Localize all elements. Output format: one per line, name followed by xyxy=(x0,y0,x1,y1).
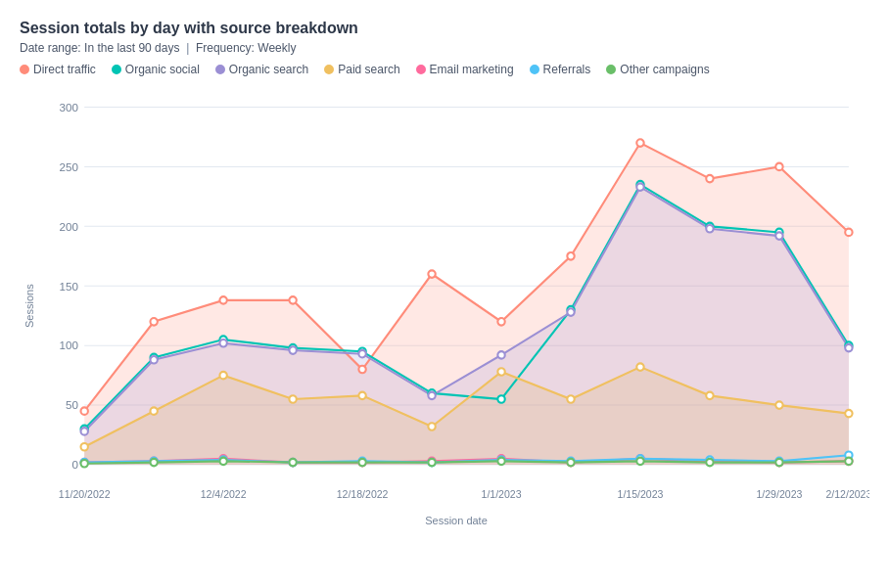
dot-other xyxy=(567,459,574,467)
dot-other xyxy=(706,459,713,467)
date-range-value: In the last 90 days xyxy=(84,41,179,55)
dot-direct xyxy=(775,163,782,171)
dot-paid_search xyxy=(219,372,226,380)
chart-title: Session totals by day with source breakd… xyxy=(20,20,869,37)
dot-other xyxy=(497,458,504,466)
legend-label-email_marketing: Email marketing xyxy=(430,63,514,76)
legend-label-referrals: Referrals xyxy=(543,63,591,76)
frequency-value: Weekly xyxy=(257,41,296,55)
legend-dot-referrals xyxy=(530,65,539,74)
chart-container: Session totals by day with source breakd… xyxy=(20,20,869,526)
legend-item-organic_social: Organic social xyxy=(112,63,200,76)
legend-label-paid_search: Paid search xyxy=(338,63,399,76)
x-tick-label: 1/1/2023 xyxy=(482,488,522,500)
dot-organic_search xyxy=(81,428,88,435)
dot-organic_search xyxy=(845,344,852,352)
y-tick-label: 200 xyxy=(60,220,79,233)
dot-paid_search xyxy=(289,395,296,403)
dot-other xyxy=(289,459,296,467)
legend: Direct trafficOrganic socialOrganic sear… xyxy=(20,63,869,76)
dot-organic_search xyxy=(567,308,574,316)
y-tick-label: 50 xyxy=(66,398,78,411)
x-tick-label: 2/12/2023 xyxy=(825,488,869,500)
dot-direct xyxy=(497,318,504,326)
legend-dot-organic_social xyxy=(112,65,121,74)
legend-dot-organic_search xyxy=(215,65,225,74)
dot-organic_search xyxy=(219,339,226,347)
dot-other xyxy=(428,459,435,467)
x-tick-label: 12/4/2022 xyxy=(201,488,247,500)
dot-paid_search xyxy=(567,395,574,403)
y-axis-label: Sessions xyxy=(20,86,39,526)
legend-dot-paid_search xyxy=(324,65,334,74)
y-tick-label: 100 xyxy=(60,339,79,351)
dot-paid_search xyxy=(706,392,713,400)
dot-organic_search xyxy=(706,225,713,233)
main-chart-svg: 05010015020025030011/20/202212/4/202212/… xyxy=(43,86,869,507)
dot-direct xyxy=(150,318,157,326)
dot-organic_search xyxy=(775,232,782,240)
frequency-label: Frequency: xyxy=(196,41,255,55)
dot-other xyxy=(775,459,782,467)
dot-paid_search xyxy=(636,363,643,371)
dot-other xyxy=(150,459,157,467)
legend-item-email_marketing: Email marketing xyxy=(416,63,514,76)
dot-organic_search xyxy=(497,351,504,359)
dot-organic_social xyxy=(497,395,504,403)
dot-paid_search xyxy=(497,368,504,376)
legend-dot-direct xyxy=(20,65,29,74)
x-tick-label: 1/29/2023 xyxy=(756,488,802,500)
chart-area: Sessions 05010015020025030011/20/202212/… xyxy=(20,86,869,526)
dot-other xyxy=(358,459,365,467)
dot-organic_search xyxy=(428,392,435,400)
dot-direct xyxy=(358,366,365,374)
legend-label-other: Other campaigns xyxy=(620,63,709,76)
y-tick-label: 250 xyxy=(60,160,79,173)
dot-other xyxy=(219,458,226,466)
dot-other xyxy=(845,458,852,466)
legend-item-direct: Direct traffic xyxy=(20,63,96,76)
y-tick-label: 300 xyxy=(60,101,79,113)
dot-direct xyxy=(81,407,88,415)
legend-dot-other xyxy=(606,65,616,74)
x-tick-label: 12/18/2022 xyxy=(337,488,389,500)
dot-direct xyxy=(706,175,713,183)
dot-direct xyxy=(289,296,296,304)
dot-direct xyxy=(567,252,574,260)
y-tick-label: 0 xyxy=(71,458,78,471)
x-tick-label: 1/15/2023 xyxy=(618,488,664,500)
dot-paid_search xyxy=(81,443,88,451)
dot-direct xyxy=(428,270,435,278)
chart-inner: 05010015020025030011/20/202212/4/202212/… xyxy=(43,86,869,526)
date-range-label: Date range: xyxy=(20,41,81,55)
legend-item-referrals: Referrals xyxy=(530,63,591,76)
legend-dot-email_marketing xyxy=(416,65,426,74)
dot-direct xyxy=(636,139,643,147)
chart-meta: Date range: In the last 90 days | Freque… xyxy=(20,41,869,55)
dot-other xyxy=(636,458,643,466)
y-tick-label: 150 xyxy=(60,279,79,292)
dot-paid_search xyxy=(428,423,435,430)
legend-label-organic_social: Organic social xyxy=(125,63,200,76)
dot-paid_search xyxy=(150,407,157,415)
dot-organic_search xyxy=(150,356,157,364)
dot-organic_search xyxy=(289,346,296,354)
dot-direct xyxy=(845,229,852,237)
dot-organic_search xyxy=(636,183,643,191)
legend-item-organic_search: Organic search xyxy=(215,63,308,76)
dot-paid_search xyxy=(845,410,852,418)
legend-label-organic_search: Organic search xyxy=(229,63,308,76)
legend-item-paid_search: Paid search xyxy=(324,63,399,76)
x-tick-label: 11/20/2022 xyxy=(59,488,111,500)
legend-item-other: Other campaigns xyxy=(606,63,709,76)
legend-label-direct: Direct traffic xyxy=(33,63,96,76)
dot-direct xyxy=(219,296,226,304)
dot-paid_search xyxy=(775,401,782,409)
x-axis-label: Session date xyxy=(43,515,869,526)
dot-other xyxy=(81,460,88,468)
dot-organic_search xyxy=(358,350,365,358)
dot-paid_search xyxy=(358,392,365,400)
